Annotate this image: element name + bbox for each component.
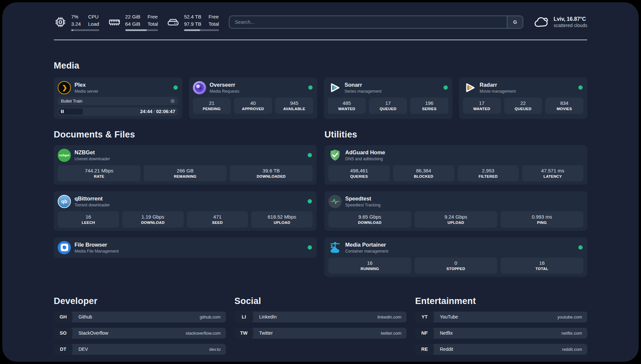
dashboard-board: 7% 3.24 CPU Load xyxy=(2,2,639,362)
stat-label: LATENCY xyxy=(543,174,562,178)
weather-condition: scattered clouds xyxy=(554,23,587,28)
bookmark-twitter[interactable]: TW Twitter twitter.com xyxy=(234,328,407,339)
now-playing-row: Bullet Train xyxy=(58,97,178,105)
status-dot xyxy=(578,85,583,90)
search-input[interactable] xyxy=(229,16,507,28)
stat-label: TOTAL xyxy=(535,267,548,271)
bookmark-dev[interactable]: DT DEV dev.to xyxy=(54,344,226,355)
disk-total-value: 97.9 TB xyxy=(184,20,201,28)
stat-value: 16 xyxy=(539,260,545,266)
bookmark-group-social: Social LI LinkedIn linkedin.com TW Twitt… xyxy=(234,296,407,339)
bookmark-abbr: DT xyxy=(54,344,73,355)
stat-label: AVAILABLE xyxy=(283,107,305,111)
stat-value: 9.65 Gbps xyxy=(358,214,381,220)
stat-tile: 196 SERIES xyxy=(410,98,448,114)
stat-label: RUNNING xyxy=(361,267,379,271)
cloud-icon xyxy=(533,14,549,30)
portainer-card[interactable]: Media Portainer Container management 16 … xyxy=(324,237,587,277)
stat-tile: 9.65 Gbps DOWNLOAD xyxy=(328,211,411,228)
bookmark-url: stackoverflow.com xyxy=(186,331,226,336)
stat-tile: 744.21 Mbps RATE xyxy=(58,165,140,181)
stat-tile: 22 QUEUED xyxy=(504,98,542,114)
bookmark-stackoverflow[interactable]: SO StackOverflow stackoverflow.com xyxy=(54,328,226,339)
bookmark-github[interactable]: GH Github github.com xyxy=(54,312,226,322)
memory-total-label: Total xyxy=(147,20,158,28)
bookmark-linkedin[interactable]: LI LinkedIn linkedin.com xyxy=(234,312,407,322)
qbittorrent-card[interactable]: qb qBittorrent Torrent downloader 16 LEE… xyxy=(54,191,317,231)
card-subtitle: Usenet downloader xyxy=(75,157,304,161)
stat-tile: 945 AVAILABLE xyxy=(275,98,313,114)
sonarr-card[interactable]: Sonarr Series management 485 WANTED 17 Q… xyxy=(324,77,452,119)
bookmark-url: dev.to xyxy=(209,347,226,352)
bookmark-name: Twitter xyxy=(251,330,273,336)
stat-label: FILTERED xyxy=(478,174,498,178)
playback-progress: 24:44 / 02:06:47 xyxy=(58,107,178,116)
card-title: File Browser xyxy=(75,242,304,248)
radarr-card[interactable]: Radarr Movie management 17 WANTED 22 QUE… xyxy=(459,77,588,119)
stat-tile: 0 STOPPED xyxy=(414,258,497,274)
disk-progress-bar xyxy=(184,29,219,31)
memory-free-value: 22 GiB xyxy=(125,13,140,20)
card-title: qBittorrent xyxy=(75,196,304,202)
stat-label: UPLOAD xyxy=(274,221,290,225)
bookmark-url: youtube.com xyxy=(558,315,587,319)
bookmark-netflix[interactable]: NF Netflix netflix.com xyxy=(415,328,587,339)
stat-label: STOPPED xyxy=(446,267,465,271)
stat-label: DOWNLOAD xyxy=(358,221,382,225)
nzbget-card[interactable]: nzbget NZBGet Usenet downloader 744.21 M… xyxy=(54,145,317,185)
cpu-load-value: 3.24 xyxy=(71,20,81,28)
stat-label: LEECH xyxy=(82,221,95,225)
adguard-card[interactable]: AdGuard Home DNS and adblocking 498,461 … xyxy=(324,145,587,185)
stat-tile: 2,953 FILTERED xyxy=(458,165,519,181)
elapsed-time: 24:44 xyxy=(140,109,152,114)
stat-value: 834 xyxy=(560,100,568,106)
stat-value: 744.21 Mbps xyxy=(85,168,113,173)
stat-tile: 39.6 TB DOWNLOADED xyxy=(230,165,313,181)
stat-tile: 618.52 Mbps UPLOAD xyxy=(251,211,313,228)
bookmark-abbr: NF xyxy=(415,328,434,339)
overseerr-card[interactable]: Overseerr Media Requests 21 PENDING 40 A… xyxy=(189,77,318,119)
disk-total-label: Total xyxy=(208,20,219,28)
plex-card[interactable]: ❯ Plex Media server Bullet Train xyxy=(54,77,182,119)
card-subtitle: Media File Management xyxy=(75,249,304,254)
session-settings-icon[interactable] xyxy=(170,99,175,104)
bookmark-abbr: LI xyxy=(234,312,253,322)
disk-icon xyxy=(167,15,180,29)
stat-label: MOVIES xyxy=(557,107,572,111)
plex-icon: ❯ xyxy=(58,81,71,94)
bookmark-group-developer: Developer GH Github github.com SO StackO… xyxy=(54,296,226,355)
stat-tile: 834 MOVIES xyxy=(545,98,583,114)
stat-value: 196 xyxy=(425,100,433,106)
dashboard-screen: 7% 3.24 CPU Load xyxy=(0,0,641,364)
bookmark-youtube[interactable]: YT YouTube youtube.com xyxy=(415,312,587,322)
stat-label: PING xyxy=(537,221,547,225)
memory-free-label: Free xyxy=(147,13,158,20)
memory-total-value: 64 GiB xyxy=(125,20,140,28)
memory-icon xyxy=(108,15,121,29)
status-dot xyxy=(308,85,313,90)
bookmark-url: linkedin.com xyxy=(378,315,407,319)
stat-value: 16 xyxy=(367,260,373,266)
stat-value: 9.24 Gbps xyxy=(444,214,467,220)
weather-widget: Lviv, 16.87°C scattered clouds xyxy=(533,14,587,30)
search-engine-button[interactable]: G xyxy=(507,16,523,28)
filebrowser-card[interactable]: File Browser Media File Management xyxy=(54,237,317,258)
bookmark-url: netflix.com xyxy=(562,331,587,336)
stat-tile: 9.24 Gbps UPLOAD xyxy=(414,211,497,228)
stat-value: 16 xyxy=(86,214,91,220)
stat-value: 0.993 ms xyxy=(532,214,552,220)
stat-label: UPLOAD xyxy=(447,221,464,225)
stat-tile: 498,461 QUERIES xyxy=(328,165,390,181)
adguard-icon xyxy=(328,149,342,162)
bookmark-reddit[interactable]: RE Reddit reddit.com xyxy=(415,344,587,355)
cpu-usage-label: CPU xyxy=(88,13,99,20)
section-title-utilities: Utilities xyxy=(324,130,587,140)
card-subtitle: Torrent downloader xyxy=(75,203,304,207)
radarr-icon xyxy=(463,81,476,94)
stat-tile: 21 PENDING xyxy=(193,98,231,114)
stat-label: QUEUED xyxy=(515,107,532,111)
stat-label: DOWNLOADED xyxy=(257,174,286,178)
stat-value: 471 xyxy=(213,214,222,220)
card-subtitle: DNS and adblocking xyxy=(345,157,583,161)
speedtest-card[interactable]: Speedtest Speedtest Tracking 9.65 Gbps D… xyxy=(324,191,587,231)
